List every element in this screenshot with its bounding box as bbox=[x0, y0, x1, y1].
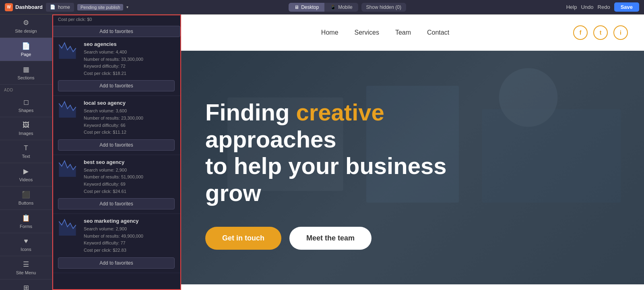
keyword-name-1: local seo agency bbox=[84, 100, 175, 106]
keyword-cpc-0: Cost per click: $18.21 bbox=[84, 70, 175, 77]
sidebar-item-buttons[interactable]: ⬛ Buttons bbox=[0, 186, 52, 210]
nav-home[interactable]: Home bbox=[321, 29, 339, 36]
sidebar-item-icons[interactable]: ♥ Icons bbox=[0, 233, 52, 256]
pending-badge: Pending site publish bbox=[77, 4, 123, 10]
keyword-search-vol-3: Search volume: 2,900 bbox=[84, 226, 175, 233]
icons-icon: ♥ bbox=[24, 237, 28, 245]
add-favorites-button-3[interactable]: Add to favorites bbox=[58, 198, 175, 209]
dashboard-icon: W bbox=[5, 3, 13, 11]
sidebar-item-videos[interactable]: ▶ Videos bbox=[0, 163, 52, 186]
keyword-header-0: seo agencies Search volume: 4,400 Number… bbox=[58, 41, 175, 77]
view-toggle: 🖥 Desktop 📱 Mobile bbox=[289, 3, 358, 12]
keyword-header-1: local seo agency Search volume: 3,600 Nu… bbox=[58, 100, 175, 136]
hero-title-accent: creative bbox=[296, 99, 384, 125]
trend-chart-3 bbox=[58, 218, 80, 236]
sidebar-item-site-design[interactable]: ⚙ Site design bbox=[0, 14, 52, 38]
trend-chart-2 bbox=[58, 159, 80, 177]
save-button[interactable]: Save bbox=[614, 2, 639, 12]
keyword-name-2: best seo agency bbox=[84, 159, 175, 165]
redo-button[interactable]: Redo bbox=[598, 4, 610, 10]
hero-content: Finding creative approaches to help your… bbox=[181, 51, 644, 274]
hero-buttons: Get in touch Meet the team bbox=[205, 227, 620, 250]
show-hidden-button[interactable]: Show hidden (0) bbox=[361, 3, 406, 12]
sidebar-item-site-menu[interactable]: ☰ Site Menu bbox=[0, 256, 52, 280]
keyword-num-results-0: Number of results: 33,300,000 bbox=[84, 56, 175, 63]
meet-the-team-button[interactable]: Meet the team bbox=[289, 227, 372, 250]
keyword-item-3: seo marketing agency Search volume: 2,90… bbox=[52, 214, 180, 273]
text-icon: T bbox=[24, 144, 28, 152]
add-favorites-button-4[interactable]: Add to favorites bbox=[58, 257, 175, 269]
top-bar-center: 🖥 Desktop 📱 Mobile Show hidden (0) bbox=[133, 3, 561, 12]
site-design-icon: ⚙ bbox=[23, 19, 29, 27]
forms-icon: 📋 bbox=[22, 214, 30, 222]
page-icon: 📄 bbox=[22, 42, 30, 50]
keyword-difficulty-0: Keyword difficulty: 72 bbox=[84, 63, 175, 70]
sidebar-item-sections[interactable]: ▦ Sections bbox=[0, 61, 52, 85]
keyword-panel: Cost per click: $0 Add to favorites seo … bbox=[52, 14, 181, 290]
hero-section: Finding creative approaches to help your… bbox=[181, 51, 644, 284]
tab-label: home bbox=[58, 4, 70, 10]
keyword-header-2: best seo agency Search volume: 2,900 Num… bbox=[58, 159, 175, 195]
nav-contact[interactable]: Contact bbox=[427, 29, 449, 36]
keyword-cpc-1: Cost per click: $11.12 bbox=[84, 129, 175, 136]
keyword-difficulty-3: Keyword difficulty: 77 bbox=[84, 240, 175, 247]
sidebar-item-text[interactable]: T Text bbox=[0, 140, 52, 163]
keyword-item-1: local seo agency Search volume: 3,600 Nu… bbox=[52, 96, 180, 155]
keyword-name-0: seo agencies bbox=[84, 41, 175, 47]
undo-button[interactable]: Undo bbox=[581, 4, 593, 10]
keyword-search-vol-0: Search volume: 4,400 bbox=[84, 49, 175, 56]
page-icon: 📄 bbox=[50, 4, 56, 10]
keyword-item-2: best seo agency Search volume: 2,900 Num… bbox=[52, 155, 180, 214]
dashboard-label: Dashboard bbox=[15, 4, 43, 10]
desktop-view-button[interactable]: 🖥 Desktop bbox=[289, 3, 324, 12]
nav-links: Home Services Team Contact bbox=[197, 29, 573, 36]
dashboard-logo[interactable]: W Dashboard bbox=[5, 3, 43, 11]
twitter-icon[interactable]: t bbox=[593, 25, 608, 40]
images-icon: 🖼 bbox=[23, 121, 29, 129]
trend-chart-0 bbox=[58, 41, 80, 59]
keyword-info-3: seo marketing agency Search volume: 2,90… bbox=[84, 218, 175, 254]
sidebar-item-shapes[interactable]: ◻ Shapes bbox=[0, 94, 52, 117]
top-bar-left: W Dashboard 📄 home Pending site publish … bbox=[5, 3, 128, 12]
keyword-header-3: seo marketing agency Search volume: 2,90… bbox=[58, 218, 175, 254]
hero-title: Finding creative approaches to help your… bbox=[205, 99, 487, 207]
mobile-view-button[interactable]: 📱 Mobile bbox=[324, 3, 358, 12]
top-bar-right: Help Undo Redo Save bbox=[566, 2, 639, 12]
keyword-search-vol-2: Search volume: 2,900 bbox=[84, 167, 175, 174]
keyword-difficulty-2: Keyword difficulty: 69 bbox=[84, 181, 175, 188]
add-favorites-button-2[interactable]: Add to favorites bbox=[58, 139, 175, 151]
sidebar-item-forms[interactable]: 📋 Forms bbox=[0, 210, 52, 233]
keyword-info-0: seo agencies Search volume: 4,400 Number… bbox=[84, 41, 175, 77]
add-favorites-button-1[interactable]: Add to favorites bbox=[58, 80, 175, 91]
keyword-info-1: local seo agency Search volume: 3,600 Nu… bbox=[84, 100, 175, 136]
keyword-cpc-3: Cost per click: $22.83 bbox=[84, 247, 175, 254]
site-nav: Home Services Team Contact f t i bbox=[181, 14, 644, 51]
buttons-icon: ⬛ bbox=[22, 191, 30, 199]
help-button[interactable]: Help bbox=[566, 4, 577, 10]
website-preview: Home Services Team Contact f t i bbox=[181, 14, 644, 290]
sidebar-item-apps[interactable]: ⊞ Apps bbox=[0, 280, 52, 290]
sidebar: ⚙ Site design 📄 Page ▦ Sections Add ◻ Sh… bbox=[0, 14, 52, 290]
sidebar-item-page[interactable]: 📄 Page bbox=[0, 38, 52, 61]
home-tab[interactable]: 📄 home bbox=[46, 3, 74, 12]
top-bar: W Dashboard 📄 home Pending site publish … bbox=[0, 0, 644, 14]
hero-title-line3: to help your business grow bbox=[205, 153, 446, 206]
chevron-down-icon[interactable]: ▾ bbox=[126, 5, 128, 9]
add-section-label: Add bbox=[0, 85, 52, 94]
facebook-icon[interactable]: f bbox=[573, 25, 588, 40]
instagram-icon[interactable]: i bbox=[613, 25, 628, 40]
mobile-icon: 📱 bbox=[330, 4, 336, 10]
keyword-list: seo agencies Search volume: 4,400 Number… bbox=[52, 37, 180, 273]
sidebar-item-images[interactable]: 🖼 Images bbox=[0, 117, 52, 140]
keyword-num-results-2: Number of results: 51,900,000 bbox=[84, 174, 175, 181]
hero-title-finding: Finding bbox=[205, 99, 289, 125]
get-in-touch-button[interactable]: Get in touch bbox=[205, 227, 281, 250]
add-favorites-button-0[interactable]: Add to favorites bbox=[52, 26, 180, 37]
nav-services[interactable]: Services bbox=[355, 29, 379, 36]
main-layout: ⚙ Site design 📄 Page ▦ Sections Add ◻ Sh… bbox=[0, 14, 644, 290]
hero-title-approaches: approaches bbox=[205, 126, 336, 152]
nav-social: f t i bbox=[573, 25, 628, 40]
nav-team[interactable]: Team bbox=[395, 29, 411, 36]
keyword-info-2: best seo agency Search volume: 2,900 Num… bbox=[84, 159, 175, 195]
keyword-search-vol-1: Search volume: 3,600 bbox=[84, 108, 175, 115]
